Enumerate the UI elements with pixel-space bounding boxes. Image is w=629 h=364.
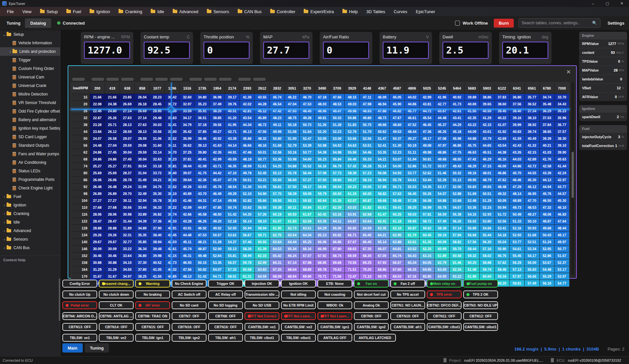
status-button-etb-none[interactable]: ETB: None <box>317 280 352 288</box>
ve-cell[interactable]: 41.05 <box>150 266 165 273</box>
ve-cell[interactable]: 38.92 <box>525 121 539 128</box>
ve-cell[interactable]: 26.69 <box>135 108 150 114</box>
ve-cell[interactable]: 39.16 <box>510 115 524 121</box>
ve-cell[interactable]: 50.51 <box>240 177 255 183</box>
ve-cell[interactable]: 32.60 <box>180 94 195 100</box>
ve-cell[interactable]: 65.13 <box>315 232 330 238</box>
ve-cell[interactable]: 56.28 <box>360 163 375 169</box>
ve-cell[interactable]: 26.06 <box>90 177 105 183</box>
ve-cell[interactable]: 37.18 <box>195 121 210 128</box>
ve-cell[interactable]: 59.54 <box>330 183 345 190</box>
ve-cell[interactable]: 35.77 <box>525 94 539 100</box>
ve-cell[interactable]: 66.99 <box>315 246 330 252</box>
ve-cell[interactable]: 52.56 <box>360 135 375 142</box>
ve-cell[interactable]: 35.85 <box>135 239 150 245</box>
ve-cell[interactable]: 47.64 <box>554 218 569 225</box>
ve-cell[interactable]: 42.02 <box>240 101 255 107</box>
ve-cell[interactable]: 71.51 <box>345 266 359 273</box>
ve-cell[interactable]: 62.10 <box>390 225 404 231</box>
ve-cell[interactable]: 49.32 <box>495 190 510 197</box>
ve-cell[interactable]: 69.80 <box>300 273 314 280</box>
ve-cell[interactable]: 49.27 <box>405 135 420 142</box>
ve-cell[interactable]: 54.88 <box>285 163 300 169</box>
ve-cell[interactable]: 38.60 <box>495 101 510 107</box>
ve-cell[interactable]: 54.15 <box>465 211 479 218</box>
ve-cell[interactable]: 44.03 <box>510 156 524 162</box>
ve-cell[interactable]: 37.56 <box>510 101 524 107</box>
ve-cell[interactable]: 50.86 <box>345 115 359 121</box>
ve-cell[interactable]: 47.18 <box>315 94 330 100</box>
ve-cell[interactable]: 71.15 <box>360 273 375 280</box>
ve-cell[interactable]: 54.98 <box>330 149 345 156</box>
ve-cell[interactable]: 41.32 <box>525 142 539 149</box>
ve-cell[interactable]: 68.85 <box>315 259 330 266</box>
ve-cell[interactable]: 41.07 <box>495 121 510 128</box>
ve-cell[interactable]: 46.31 <box>180 252 195 259</box>
ve-cell[interactable]: 60.93 <box>285 211 300 218</box>
ve-cell[interactable]: 51.70 <box>360 128 375 135</box>
ve-cell[interactable]: 46.35 <box>225 163 240 169</box>
ve-cell[interactable]: 39.89 <box>465 94 479 100</box>
ve-cell[interactable]: 54.05 <box>255 183 270 190</box>
ve-cell[interactable]: 45.18 <box>450 128 465 135</box>
ve-cell[interactable]: 50.15 <box>195 259 210 266</box>
ve-cell[interactable]: 43.41 <box>450 115 465 121</box>
ve-cell[interactable]: 62.73 <box>285 225 300 231</box>
ve-cell[interactable]: 58.50 <box>270 197 285 204</box>
ve-cell[interactable]: 26.18 <box>135 101 150 107</box>
ve-cell[interactable]: 59.32 <box>465 252 479 259</box>
ve-cell[interactable]: 54.57 <box>450 204 465 211</box>
menu-item-idle[interactable]: Idle <box>146 7 168 16</box>
status-button-cbtn14-off[interactable]: CBTN14: OFF <box>99 323 134 331</box>
ve-cell[interactable]: 57.62 <box>495 259 510 266</box>
ve-cell[interactable]: 41.95 <box>225 121 240 128</box>
ve-cell[interactable]: 69.79 <box>375 273 389 280</box>
ve-cell[interactable]: 61.83 <box>285 218 300 225</box>
ve-cell[interactable]: 49.68 <box>540 225 554 231</box>
ve-cell[interactable]: 52.20 <box>315 128 330 135</box>
sidebar-item-cranking[interactable]: ›Cranking <box>0 209 60 218</box>
ve-cell[interactable]: 48.32 <box>255 135 270 142</box>
ve-cell[interactable]: 54.63 <box>345 142 359 149</box>
ve-cell[interactable]: 35.23 <box>195 101 210 107</box>
ve-cell[interactable]: 66.06 <box>315 239 330 245</box>
ve-cell[interactable]: 52.00 <box>210 246 225 252</box>
ve-cell[interactable]: 45.90 <box>390 101 404 107</box>
menu-item-epictuner[interactable]: EpicTuner <box>412 7 440 16</box>
ve-cell[interactable]: 52.05 <box>540 246 554 252</box>
ve-cell[interactable]: 60.99 <box>435 246 449 252</box>
ve-cell[interactable]: 32.63 <box>150 156 165 162</box>
ve-cell[interactable]: 63.51 <box>300 225 314 231</box>
ve-cell[interactable]: 53.05 <box>315 135 330 142</box>
ve-cell[interactable]: 30.11 <box>120 197 135 204</box>
ve-cell[interactable]: 47.11 <box>360 94 375 100</box>
ve-cell[interactable]: 23.85 <box>120 94 135 100</box>
ve-cell[interactable]: 53.68 <box>450 197 465 204</box>
ve-cell[interactable]: 42.35 <box>465 115 479 121</box>
ve-cell[interactable]: 29.59 <box>135 149 150 156</box>
ve-cell[interactable]: 57.88 <box>375 183 389 190</box>
ve-cell[interactable]: 46.46 <box>510 177 524 183</box>
tab-tuning[interactable]: Tuning <box>2 18 25 28</box>
ve-cell[interactable]: 43.79 <box>480 135 494 142</box>
ve-cell[interactable]: 47.10 <box>225 170 240 176</box>
ve-cell[interactable]: 28.88 <box>90 225 105 231</box>
ve-cell[interactable]: 39.07 <box>180 170 195 176</box>
ve-cell[interactable]: 50.94 <box>495 204 510 211</box>
ve-cell[interactable]: 51.72 <box>420 163 434 169</box>
ve-cell[interactable]: 50.73 <box>300 121 314 128</box>
ve-cell[interactable]: 43.22 <box>465 121 479 128</box>
ve-cell[interactable]: 46.92 <box>195 225 210 231</box>
ve-cell[interactable]: 42.15 <box>525 149 539 156</box>
ve-cell[interactable]: 66.16 <box>300 246 314 252</box>
status-button-analog-ok[interactable]: Analog Ok <box>354 301 389 309</box>
ve-cell[interactable]: 51.08 <box>285 128 300 135</box>
status-button-ac-relay-off[interactable]: AC Relay off <box>208 290 243 298</box>
ve-cell[interactable]: 52.64 <box>210 252 225 259</box>
status-button-cbtn2-dfco-def-[interactable]: CBTN2: DFCO DEF... <box>427 301 462 309</box>
ve-cell[interactable]: 40.91 <box>165 225 180 231</box>
ve-cell[interactable]: 30.54 <box>135 163 150 169</box>
ve-cell[interactable]: 67.20 <box>270 266 285 273</box>
ve-cell[interactable]: 47.67 <box>390 115 404 121</box>
ve-cell[interactable]: 46.45 <box>420 121 434 128</box>
